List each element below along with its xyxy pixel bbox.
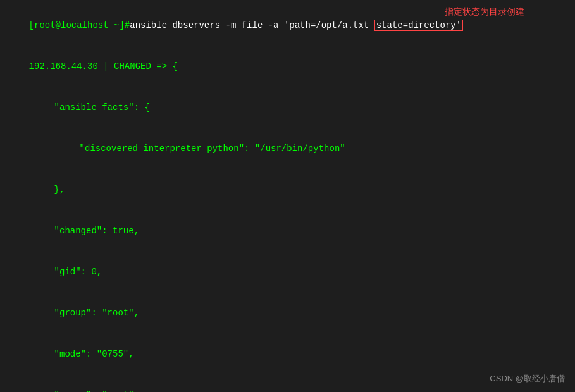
ansible-facts: "ansible_facts": { xyxy=(54,102,150,113)
annotation-text: 指定状态为目录创建 xyxy=(445,6,524,18)
output-line-7: "gid": 0, xyxy=(8,252,567,293)
output-line-4: "discovered_interpreter_python": "/usr/b… xyxy=(8,128,567,169)
gid: "gid": 0, xyxy=(54,267,102,277)
output-line-9: "mode": "0755", xyxy=(8,334,567,376)
output-line-8: "group": "root", xyxy=(8,293,567,334)
output-line-6: "changed": true, xyxy=(8,211,567,252)
discovered-interpreter: "discovered_interpreter_python": "/usr/b… xyxy=(80,144,345,154)
closing-brace-1: }, xyxy=(54,185,65,195)
highlighted-arg-1: state=directory' xyxy=(374,20,463,31)
ip-changed-1: 192.168.44.30 | CHANGED => { xyxy=(29,61,178,71)
mode: "mode": "0755", xyxy=(54,349,134,359)
terminal-window: [root@localhost ~]#ansible dbservers -m … xyxy=(0,0,575,392)
changed-true: "changed": true, xyxy=(54,226,139,236)
prompt-1: [root@localhost ~]# xyxy=(29,20,130,30)
output-line-10: "owner": "root", xyxy=(8,376,567,392)
watermark: CSDN @取经小唐僧 xyxy=(490,373,565,384)
output-line-3: "ansible_facts": { xyxy=(8,87,567,128)
output-line-5: }, xyxy=(8,169,567,211)
group: "group": "root", xyxy=(54,308,139,318)
output-line-2: 192.168.44.30 | CHANGED => { xyxy=(8,46,567,87)
cmd-text-1: ansible dbservers -m file -a 'path=/opt/… xyxy=(130,20,374,30)
